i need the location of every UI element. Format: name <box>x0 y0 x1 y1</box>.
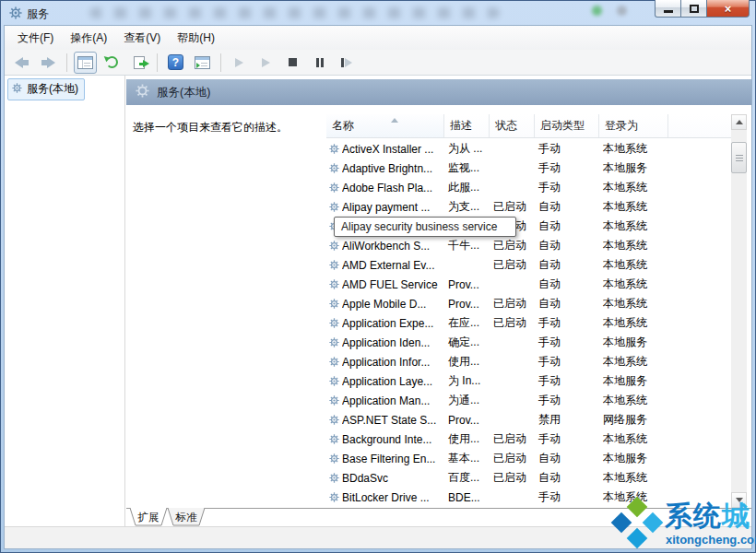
table-row[interactable]: Application Man... 为通... 手动 本地系统 <box>326 391 731 410</box>
service-startup-type: 禁用 <box>535 412 599 428</box>
service-rows: ActiveX Installer ... 为从 ... 手动 本地系统 Ada… <box>326 139 731 507</box>
action-pane-icon <box>195 56 210 69</box>
table-row[interactable]: AMD FUEL Service Prov... 自动 本地系统 <box>326 275 731 294</box>
service-name: Base Filtering En... <box>342 453 444 465</box>
services-gear-icon <box>136 84 149 100</box>
services-gear-icon <box>12 83 22 96</box>
service-name: ASP.NET State S... <box>342 414 444 427</box>
service-status: 已启动 <box>490 470 535 486</box>
refresh-button[interactable] <box>100 52 124 74</box>
service-status: 已启动 <box>490 257 535 273</box>
vertical-scrollbar[interactable] <box>731 114 747 508</box>
resume-service-button[interactable] <box>254 52 278 74</box>
service-description: BDE... <box>444 491 490 504</box>
table-row[interactable]: Adaptive Brightn... 监视... 手动 本地服务 <box>326 159 731 178</box>
scrollbar-thumb[interactable] <box>731 142 747 173</box>
service-name: Application Expe... <box>342 317 444 330</box>
service-description: 监视... <box>444 160 490 176</box>
service-logon-as: 本地系统 <box>599 470 668 486</box>
service-description: Prov... <box>444 278 490 291</box>
menu-view[interactable]: 查看(V) <box>115 27 169 50</box>
service-name: AMD External Ev... <box>342 259 444 272</box>
show-console-tree-button[interactable] <box>74 52 97 74</box>
services-pane: 服务(本地) 选择一个项目来查看它的描述。 名称 描述 状态 启动类型 登录为 <box>126 76 751 526</box>
play-icon <box>235 58 243 67</box>
service-startup-type: 手动 <box>535 489 599 505</box>
refresh-icon <box>106 56 118 68</box>
menu-action[interactable]: 操作(A) <box>62 27 115 50</box>
service-description: 此服... <box>444 180 490 195</box>
menu-file[interactable]: 文件(F) <box>9 27 62 50</box>
content-area: 服务(本地) 服务(本地) 选择一个项目来查看它的描述。 名称 <box>5 76 751 526</box>
table-row[interactable]: ASP.NET State S... Prov... 禁用 网络服务 <box>326 410 731 429</box>
service-gear-icon <box>326 182 342 193</box>
close-icon: × <box>725 2 732 16</box>
stop-service-button[interactable] <box>281 52 304 74</box>
back-button[interactable] <box>10 52 33 74</box>
service-gear-icon <box>326 473 342 483</box>
service-gear-icon <box>326 434 342 444</box>
column-header-startup-type[interactable]: 启动类型 <box>535 114 599 137</box>
table-row[interactable]: ActiveX Installer ... 为从 ... 手动 本地系统 <box>326 139 731 159</box>
service-logon-as: 本地系统 <box>599 257 668 273</box>
export-list-button[interactable] <box>127 52 150 74</box>
service-gear-icon <box>326 492 342 502</box>
start-service-button[interactable] <box>228 52 251 74</box>
pause-icon <box>316 58 324 67</box>
column-header-description[interactable]: 描述 <box>444 114 490 137</box>
service-description: Prov... <box>444 414 490 427</box>
pause-service-button[interactable] <box>308 52 331 74</box>
service-description: 确定... <box>444 335 490 350</box>
table-row[interactable]: Application Infor... 使用... 手动 本地系统 <box>326 352 731 371</box>
forward-button[interactable] <box>37 52 60 74</box>
maximize-button[interactable] <box>681 0 707 18</box>
table-row[interactable]: Base Filtering En... 基本... 已启动 自动 本地服务 <box>326 449 731 468</box>
column-header-name[interactable]: 名称 <box>326 114 444 137</box>
table-row[interactable]: Application Expe... 在应... 已启动 手动 本地系统 <box>326 313 731 333</box>
tab-extended[interactable]: 扩展 <box>129 508 168 526</box>
site-watermark: 系统城 xitongcheng.com <box>598 497 756 553</box>
service-startup-type: 自动 <box>535 470 599 486</box>
site-url: xitongcheng.com <box>666 533 756 547</box>
table-row[interactable]: AliWorkbench S... 千牛... 已启动 自动 本地系统 <box>326 236 731 255</box>
service-gear-icon <box>326 415 342 425</box>
table-row[interactable]: Alipay payment ... 为支... 已启动 自动 本地系统 <box>326 197 731 217</box>
tab-label: 标准 <box>167 511 206 524</box>
service-status: 已启动 <box>490 451 535 466</box>
service-name: Application Man... <box>342 394 444 407</box>
blurred-icon <box>592 6 602 16</box>
table-row[interactable]: Application Iden... 确定... 手动 本地服务 <box>326 333 731 352</box>
table-row[interactable]: Background Inte... 使用... 已启动 手动 本地系统 <box>326 429 731 449</box>
tree-item-label: 服务(本地) <box>27 81 78 97</box>
table-row[interactable]: AMD External Ev... 已启动 自动 本地系统 <box>326 255 731 275</box>
blurred-icon <box>617 6 627 16</box>
scroll-up-button[interactable] <box>731 114 747 130</box>
service-gear-icon <box>326 318 342 328</box>
minimize-button[interactable] <box>655 0 681 18</box>
service-name: AMD FUEL Service <box>342 278 444 291</box>
tab-standard[interactable]: 标准 <box>167 508 206 526</box>
service-startup-type: 自动 <box>535 451 599 466</box>
column-header-status[interactable]: 状态 <box>490 114 535 137</box>
service-description: Prov... <box>444 298 490 311</box>
show-action-pane-button[interactable] <box>191 52 214 74</box>
service-logon-as: 本地服务 <box>599 373 668 389</box>
help-button[interactable]: ? <box>164 52 187 74</box>
table-row[interactable]: Application Laye... 为 In... 手动 本地服务 <box>326 371 731 391</box>
service-name: Apple Mobile D... <box>342 298 444 311</box>
client-area: 文件(F) 操作(A) 查看(V) 帮助(H) <box>4 25 752 549</box>
service-startup-type: 自动 <box>535 218 599 234</box>
table-row[interactable]: Adobe Flash Pla... 此服... 手动 本地系统 <box>326 178 731 197</box>
table-row[interactable]: Apple Mobile D... Prov... 已启动 自动 本地系统 <box>326 294 731 313</box>
table-row[interactable]: BDdaSvc 百度... 已启动 自动 本地系统 <box>326 468 731 488</box>
menu-help[interactable]: 帮助(H) <box>169 27 223 50</box>
column-header-logon-as[interactable]: 登录为 <box>599 114 668 137</box>
console-tree-panel: 服务(本地) <box>5 76 125 526</box>
service-name: AliWorkbench S... <box>342 240 444 253</box>
console-tree-icon <box>77 56 93 69</box>
close-button[interactable]: × <box>707 0 750 18</box>
restart-service-button[interactable] <box>335 52 358 74</box>
service-gear-icon <box>326 260 342 270</box>
tree-item-services-local[interactable]: 服务(本地) <box>7 78 85 100</box>
service-startup-type: 手动 <box>535 335 599 350</box>
